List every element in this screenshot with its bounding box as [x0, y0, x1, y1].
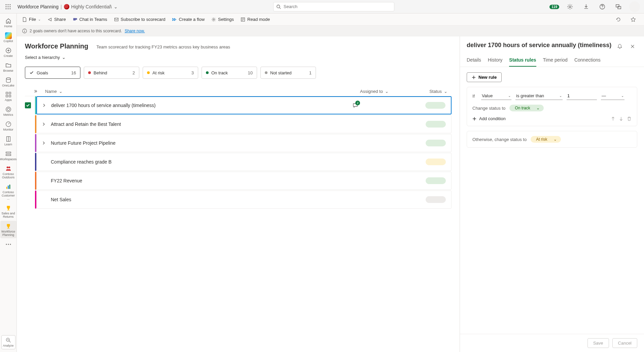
svg-rect-18 [6, 92, 7, 94]
favorite-icon[interactable] [628, 14, 639, 25]
settings-icon[interactable] [565, 1, 575, 12]
rail-home[interactable]: Home [0, 15, 16, 30]
comment-indicator[interactable]: 2 [353, 103, 358, 108]
breadcrumb-item[interactable]: Workforce Planning [17, 4, 59, 9]
rail-more[interactable] [0, 239, 16, 249]
status-select-atrisk[interactable]: At risk⌄ [531, 136, 561, 143]
avatar[interactable] [629, 1, 640, 12]
info-text: 2 goals owners don't have access to this… [30, 29, 122, 33]
rail-metrics[interactable]: Metrics [0, 104, 16, 118]
tab-time-period[interactable]: Time period [543, 54, 568, 67]
column-name[interactable]: Name⌄ [45, 89, 360, 94]
chevron-down-icon: ⌄ [553, 137, 557, 142]
column-status[interactable]: Status⌄ [421, 89, 448, 94]
status-select-ontrack[interactable]: On track⌄ [509, 105, 543, 111]
chevron-down-icon: ⌄ [508, 94, 511, 98]
rail-contoso-customer[interactable]: Contoso Customer ... [0, 181, 16, 202]
status-chip[interactable]: At risk3 [143, 67, 198, 79]
expand-icon[interactable] [42, 104, 48, 107]
expand-icon[interactable] [42, 141, 47, 145]
toolbar-read-mode[interactable]: Read mode [241, 17, 270, 22]
refresh-icon[interactable] [613, 14, 624, 25]
save-button[interactable]: Save [587, 338, 609, 348]
status-chip[interactable]: Not started1 [260, 67, 316, 79]
row-checkbox[interactable] [25, 121, 31, 127]
status-chip[interactable]: On track10 [202, 67, 257, 79]
delete-icon[interactable] [627, 116, 632, 121]
rail-monitor[interactable]: Monitor [0, 119, 16, 133]
svg-point-30 [8, 167, 10, 168]
rail-workspaces[interactable]: Workspaces [0, 148, 16, 163]
tab-history[interactable]: History [488, 54, 503, 67]
row-checkbox[interactable] [25, 178, 31, 184]
notifications-button[interactable]: 119 [549, 4, 559, 9]
new-rule-label: New rule [478, 75, 497, 80]
feedback-icon[interactable] [613, 1, 624, 12]
target-icon [5, 106, 12, 113]
goal-row[interactable]: Attract and Retain the Best Talent [25, 115, 452, 133]
toolbar-settings[interactable]: Settings [211, 17, 234, 22]
close-icon[interactable] [628, 42, 637, 51]
goal-row[interactable]: FY22 Revenue [25, 172, 452, 190]
rail-contoso-outdoors[interactable]: Contoso Outdoors [0, 163, 16, 181]
tab-connections[interactable]: Connections [574, 54, 601, 67]
help-icon[interactable] [597, 1, 608, 12]
row-checkbox[interactable] [25, 102, 31, 108]
rule-value-input[interactable] [567, 92, 597, 100]
tab-details[interactable]: Details [467, 54, 481, 67]
chip-count: 2 [133, 70, 135, 75]
row-checkbox[interactable] [25, 197, 31, 203]
row-checkbox[interactable] [25, 159, 31, 165]
toolbar-flow[interactable]: Create a flow [172, 17, 205, 22]
hierarchy-selector[interactable]: Select a hierarchy ⌄ [25, 55, 452, 60]
panel-notify-icon[interactable] [615, 42, 624, 51]
people-icon [5, 165, 12, 172]
rail-learn[interactable]: Learn [0, 134, 16, 148]
toolbar-chat-teams[interactable]: Chat in Teams [73, 17, 107, 22]
search-input[interactable] [284, 4, 391, 9]
toolbar-share[interactable]: Share [47, 17, 66, 22]
add-condition-button[interactable]: Add condition [472, 116, 506, 121]
status-chip[interactable]: Goals16 [25, 67, 80, 79]
new-rule-button[interactable]: New rule [467, 72, 502, 82]
row-body: FY22 Revenue [36, 172, 452, 190]
cancel-button[interactable]: Cancel [612, 338, 637, 348]
move-down-icon[interactable] [619, 116, 623, 121]
rail-copilot[interactable]: Copilot [0, 30, 16, 44]
chevron-down-icon: ⌄ [536, 106, 540, 110]
rail-create[interactable]: Create [0, 45, 16, 59]
trophy-icon [5, 223, 12, 230]
rail-apps[interactable]: Apps [0, 89, 16, 103]
share-now-link[interactable]: Share now. [124, 29, 145, 33]
search-box[interactable] [273, 2, 394, 11]
svg-rect-27 [6, 152, 10, 153]
rule-unit-select[interactable]: —⌄ [601, 92, 624, 100]
goal-row[interactable]: Compliance reaches grade B [25, 153, 452, 171]
rail-sales-returns[interactable]: Sales and Returns [0, 203, 16, 220]
rail-analyze[interactable]: Analyze [1, 335, 15, 349]
rail-browse[interactable]: Browse [0, 60, 16, 74]
rule-operator-select[interactable]: is greater than⌄ [515, 92, 563, 100]
chip-count: 3 [191, 70, 194, 75]
rule-field-select[interactable]: Value⌄ [481, 92, 511, 100]
sensitivity-label[interactable]: Highly Confidential\ ⌄ [64, 4, 118, 9]
toolbar-file[interactable]: File⌄ [22, 17, 41, 22]
expand-all-icon[interactable] [33, 89, 38, 94]
row-checkbox[interactable] [25, 140, 31, 146]
move-up-icon[interactable] [611, 116, 615, 121]
app-launcher-icon[interactable] [4, 3, 12, 11]
goal-row[interactable]: Net Sales [25, 190, 452, 209]
toolbar-subscribe[interactable]: Subscribe to scorecard [114, 17, 166, 22]
rail-workforce-planning[interactable]: Workforce Planning [0, 221, 16, 238]
row-body: Nurture Future Project Pipeline [36, 134, 452, 152]
notification-badge: 119 [549, 5, 559, 9]
column-assigned[interactable]: Assigned to⌄ [360, 89, 421, 94]
goal-row[interactable]: Nurture Future Project Pipeline [25, 134, 452, 152]
rail-onelake[interactable]: OneLake [0, 75, 16, 89]
tab-status-rules[interactable]: Status rules [509, 54, 536, 67]
expand-icon[interactable] [42, 122, 47, 126]
goal-row[interactable]: deliver 1700 hours of service annually (… [25, 96, 452, 114]
status-chip[interactable]: Behind2 [84, 67, 139, 79]
rail-workforce-label: Workforce Planning [0, 230, 16, 237]
download-icon[interactable] [581, 1, 592, 12]
